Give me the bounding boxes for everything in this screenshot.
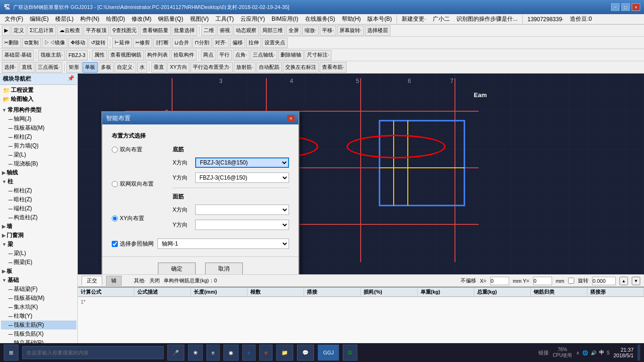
y-input[interactable] xyxy=(533,277,552,285)
menu-view[interactable]: 视图(V) xyxy=(187,14,212,24)
sidebar-raft-neg-rebar[interactable]: ─筏板负筋(X) xyxy=(1,329,76,338)
checkbox-input[interactable] xyxy=(112,241,118,247)
menu-version[interactable]: 版本号(B) xyxy=(364,14,395,24)
toolbar-rotate[interactable]: 屏幕旋转· xyxy=(337,25,364,36)
dialog-titlebar[interactable]: 智能布置 × xyxy=(102,112,298,124)
sidebar-axis[interactable]: ▶ 轴线 xyxy=(1,168,76,177)
menu-price[interactable]: 造价豆:0 xyxy=(567,14,594,24)
sidebar-door-window[interactable]: ▶ 门窗洞 xyxy=(1,231,76,240)
toolbar-define[interactable]: 定义 xyxy=(11,25,26,36)
toolbar-stretch[interactable]: 拉伸 xyxy=(246,38,261,48)
start-button[interactable]: ⊞ xyxy=(4,345,18,361)
menu-cloud[interactable]: 云应用(Y) xyxy=(238,14,268,24)
toolbar-trim[interactable]: ✂修剪 xyxy=(133,38,152,48)
toolbar-water[interactable]: 水 xyxy=(137,62,147,73)
toolbar-vertical[interactable]: 垂直 xyxy=(151,62,166,73)
toolbar-point-angle[interactable]: 点角· xyxy=(233,50,249,60)
close-button[interactable]: × xyxy=(632,3,640,11)
sidebar-col-title[interactable]: ▼ 柱 xyxy=(1,177,76,186)
radio-input-xy[interactable] xyxy=(112,215,118,222)
taskbar-folder[interactable]: 📁 xyxy=(276,345,293,361)
confirm-button[interactable]: 确定 xyxy=(158,263,196,274)
sidebar-foundation-title[interactable]: ▼ 基础 xyxy=(1,276,76,285)
toolbar-line[interactable]: 直线 xyxy=(19,62,34,73)
sidebar-constr-col[interactable]: ─构造柱(Z) xyxy=(1,213,76,222)
toolbar-view-rebar[interactable]: 查看钢筋量 xyxy=(140,25,171,36)
taskbar-chat[interactable]: 💬 xyxy=(297,345,314,361)
toolbar-break[interactable]: ∥打断 xyxy=(153,38,171,48)
network-icon[interactable]: 🌐 xyxy=(582,350,588,355)
toolbar-grip[interactable]: 设置夹点 xyxy=(262,38,288,48)
cancel-button[interactable]: 取消 xyxy=(205,263,243,274)
sidebar-beam-title[interactable]: ▼ 梁 xyxy=(1,240,76,249)
toolbar-batch-select[interactable]: 批量选择 xyxy=(172,25,197,36)
top-y-select[interactable] xyxy=(195,220,289,230)
sidebar-item-raft[interactable]: ─筏板基础(M) xyxy=(1,123,76,132)
menu-file[interactable]: 文件(F) xyxy=(2,14,26,24)
toolbar-two-points[interactable]: 两点 xyxy=(201,50,216,60)
radio-xy[interactable]: XY向布置 xyxy=(112,214,154,222)
toolbar-component-list[interactable]: 构件列表 xyxy=(145,50,170,60)
sidebar-sump[interactable]: ─集水坑(K) xyxy=(1,303,76,312)
menu-rebar-qty[interactable]: 钢筋量(Q) xyxy=(155,14,186,24)
toolbar-find[interactable]: ⚲查找图元 xyxy=(110,25,139,36)
menu-tools[interactable]: 工具(T) xyxy=(213,14,237,24)
taskbar-mic[interactable]: 🎤 xyxy=(167,345,184,361)
sidebar-endcol[interactable]: ─端柱(Z) xyxy=(1,204,76,213)
toolbar-view-rebar2[interactable]: 查看视图钢筋 xyxy=(108,50,144,60)
menu-component[interactable]: 构件(N) xyxy=(77,14,102,24)
toolbar-align-top[interactable]: 平齐板顶 xyxy=(83,25,109,36)
taskbar-apps1[interactable]: ❀ xyxy=(188,345,203,361)
sidebar-framecol2[interactable]: ─框柱(Z) xyxy=(1,186,76,195)
toolbar-cloud-check[interactable]: ☁云检查 xyxy=(57,25,83,36)
toolbar-parallel[interactable]: 平行 xyxy=(217,50,232,60)
sidebar-pin-icon[interactable]: 📌 xyxy=(67,75,74,83)
toolbar-split[interactable]: ⊓分割 xyxy=(192,38,212,48)
toolbar-merge[interactable]: ⊔合并 xyxy=(172,38,191,48)
sidebar-ring-beam[interactable]: ─圈梁(E) xyxy=(1,258,76,267)
sidebar-wall[interactable]: ▶ 墙 xyxy=(1,222,76,231)
toolbar-mirror[interactable]: ▷◁镜像 xyxy=(42,38,67,48)
rotate-down-btn[interactable]: ▼ xyxy=(632,277,640,285)
toolbar-zoom[interactable]: 缩放· xyxy=(302,25,319,36)
menu-edit[interactable]: 编辑(E) xyxy=(27,14,51,24)
menu-layer[interactable]: 楼层(L) xyxy=(52,14,76,24)
toolbar-rotate-edit[interactable]: ↺旋转 xyxy=(89,38,108,48)
x-input[interactable] xyxy=(490,277,509,285)
toolbar-view-rebar3[interactable]: 查看布筋· xyxy=(320,62,347,73)
rotate-input[interactable] xyxy=(592,277,616,285)
toolbar-align[interactable]: 对齐· xyxy=(213,38,229,48)
sidebar-drawing-input[interactable]: 📂 绘图输入 xyxy=(2,95,75,104)
taskbar-ggj[interactable]: GGJ xyxy=(318,345,339,361)
sidebar-ind-base[interactable]: ─独立基础(P) xyxy=(1,338,76,343)
toolbar-offset[interactable]: 偏移 xyxy=(230,38,245,48)
radio-dual-net[interactable]: 双网双向布置 xyxy=(112,180,154,188)
toolbar-del-aux[interactable]: 删除辅轴 xyxy=(278,50,304,60)
toolbar-3pt-axis[interactable]: 三点轴线· xyxy=(250,50,277,60)
menu-bim[interactable]: BIM应用(I) xyxy=(269,14,301,24)
maximize-button[interactable]: □ xyxy=(621,3,630,11)
menu-help[interactable]: 帮助(H) xyxy=(339,14,364,24)
show-desktop-btn[interactable] xyxy=(637,345,640,361)
toolbar-select-floor[interactable]: 选择楼层 xyxy=(365,25,390,36)
toolbar-fbzj3[interactable]: FBZJ-3 xyxy=(66,50,88,60)
sound-icon[interactable]: 🔊 xyxy=(591,350,596,355)
menu-hint[interactable]: 识别图的操作步骤是什... xyxy=(454,14,520,24)
toolbar-single-slab[interactable]: 单板 xyxy=(83,62,98,73)
sidebar-beam[interactable]: ─梁(L) xyxy=(1,249,76,258)
taskbar-ie1[interactable]: e xyxy=(206,345,220,361)
toolbar-select[interactable]: 选择· xyxy=(2,62,18,73)
sidebar-pile-cap-col[interactable]: ─柱墩(Y) xyxy=(1,312,76,321)
toolbar-2d[interactable]: 二维 xyxy=(201,25,216,36)
toolbar-pan[interactable]: 平移· xyxy=(320,25,336,36)
search-input[interactable] xyxy=(22,346,164,359)
toolbar-property[interactable]: 属性 xyxy=(92,50,107,60)
toolbar-swap-label[interactable]: 交换左右标注 xyxy=(283,62,319,73)
canvas-area[interactable]: 7 3 4 5 6 7 B C A 15600 Eam xyxy=(78,74,644,274)
toolbar-xy-direction[interactable]: XY方向 xyxy=(167,62,190,73)
taskbar-spiral[interactable]: ◉ xyxy=(223,345,239,361)
radio-bidirectional[interactable]: 双向布置 xyxy=(112,146,154,154)
toolbar-dim[interactable]: 尺寸标注· xyxy=(305,50,331,60)
sidebar-item-shearwall[interactable]: ─剪力墙(Q) xyxy=(1,141,76,150)
axis-select[interactable]: 轴网-1 xyxy=(157,239,289,249)
